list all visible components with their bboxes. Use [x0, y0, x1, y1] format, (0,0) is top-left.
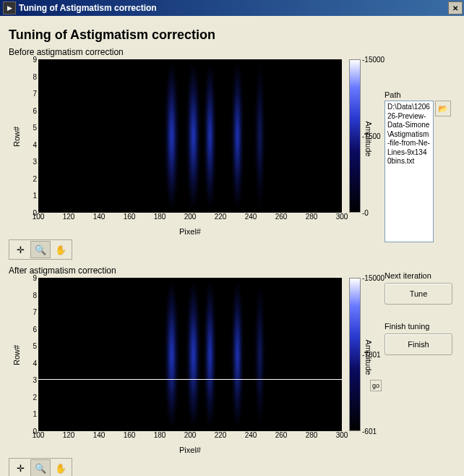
x-tick: 240	[245, 431, 257, 439]
colorbar-tick: -15000	[362, 56, 384, 64]
chart-before-xaxis: Pixel# 100120140160180200220240260280300	[38, 213, 342, 226]
y-tick: 5	[33, 342, 37, 350]
y-tick: 6	[33, 106, 37, 114]
title-bar: ▶ Tuning of Astigmatism correction ✕	[0, 0, 464, 16]
x-tick: 260	[275, 431, 288, 439]
chart-after-toolbar: ✛ 🔍 ✋	[9, 458, 72, 476]
zoom-tool-icon[interactable]: 🔍	[30, 459, 51, 476]
x-tick: 280	[306, 213, 318, 221]
browse-folder-icon[interactable]: 📂	[435, 101, 451, 116]
tune-button[interactable]: Tune	[384, 283, 452, 305]
y-tick: 9	[33, 56, 37, 64]
x-tick: 200	[184, 213, 197, 221]
x-tick: 300	[336, 431, 348, 439]
x-tick: 100	[33, 431, 45, 439]
colorbar-tick: -0	[362, 208, 369, 216]
chart-after-cb-label: Amplitude	[365, 339, 374, 375]
x-tick: 100	[33, 213, 45, 221]
chart-before-yaxis: Row# 0123456789	[9, 59, 38, 226]
x-tick: 160	[124, 431, 136, 439]
y-tick: 3	[33, 158, 37, 166]
chart-before-title: Before astigmatism correction	[9, 47, 377, 57]
chart-after-title: After astigmatism correction	[9, 265, 377, 276]
y-tick: 4	[33, 359, 37, 367]
pan-tool-icon[interactable]: ✋	[51, 459, 71, 476]
path-field[interactable]: D:\Data\120626-Preview-Data-Simone\Astig…	[384, 101, 434, 242]
x-tick: 160	[124, 213, 136, 221]
y-tick: 1	[33, 410, 37, 418]
x-tick: 220	[215, 431, 227, 439]
page-title: Tuning of Astigmatism correction	[9, 27, 455, 43]
y-tick: 7	[33, 90, 37, 98]
path-label: Path	[384, 90, 455, 99]
chart-after-xlabel: Pixel#	[179, 446, 201, 454]
colorbar-tick: -15000	[362, 274, 384, 282]
y-tick: 4	[33, 140, 37, 148]
y-tick: 7	[33, 308, 37, 316]
x-tick: 120	[63, 431, 75, 439]
x-tick: 140	[93, 213, 106, 221]
chart-before: Before astigmatism correction Row# 01234…	[9, 47, 377, 260]
chart-after-colorbar: -15000-7801-601 Amplitude	[348, 278, 377, 444]
next-iteration-label: Next iteration	[384, 271, 455, 280]
chart-after-canvas[interactable]	[38, 278, 342, 431]
crosshair-tool-icon[interactable]: ✛	[10, 459, 30, 476]
chart-before-canvas[interactable]	[38, 59, 342, 213]
chart-before-toolbar: ✛ 🔍 ✋	[9, 239, 72, 260]
y-tick: 1	[33, 192, 37, 200]
crosshair-tool-icon[interactable]: ✛	[10, 241, 30, 258]
chart-after-xaxis: Pixel# 100120140160180200220240260280300	[38, 431, 342, 444]
zoom-tool-icon[interactable]: 🔍	[30, 241, 51, 258]
x-tick: 260	[275, 213, 288, 221]
chart-before-colorbar: -15000-7500-0 Amplitude	[348, 59, 377, 226]
y-tick: 6	[33, 325, 37, 333]
chart-before-xlabel: Pixel#	[179, 227, 201, 236]
x-tick: 180	[154, 431, 166, 439]
dialog-body: Tuning of Astigmatism correction Before …	[0, 16, 464, 476]
x-tick: 180	[154, 213, 166, 221]
chart-after: After astigmatism correction Row# 012345…	[9, 265, 377, 476]
y-tick: 5	[33, 124, 37, 132]
y-tick: 8	[33, 72, 37, 80]
x-tick: 220	[215, 213, 227, 221]
close-button[interactable]: ✕	[448, 1, 463, 14]
x-tick: 120	[63, 213, 75, 221]
y-tick: 2	[33, 393, 37, 401]
y-tick: 2	[33, 174, 37, 182]
y-tick: 3	[33, 376, 37, 384]
x-tick: 200	[184, 431, 197, 439]
x-tick: 240	[245, 213, 257, 221]
x-tick: 300	[336, 213, 348, 221]
y-tick: 8	[33, 291, 37, 299]
colorbar-tick: -601	[362, 427, 377, 435]
app-icon: ▶	[3, 1, 16, 14]
chart-after-yaxis: Row# 0123456789	[9, 278, 38, 444]
chart-before-cb-label: Amplitude	[365, 121, 374, 156]
pan-tool-icon[interactable]: ✋	[51, 241, 71, 258]
y-tick: 9	[33, 274, 37, 282]
path-go-button[interactable]: go	[370, 380, 382, 391]
window-title: Tuning of Astigmatism correction	[19, 3, 448, 13]
finish-button[interactable]: Finish	[384, 333, 452, 355]
x-tick: 140	[93, 431, 106, 439]
x-tick: 280	[306, 431, 318, 439]
finish-tuning-label: Finish tuning	[384, 322, 455, 331]
